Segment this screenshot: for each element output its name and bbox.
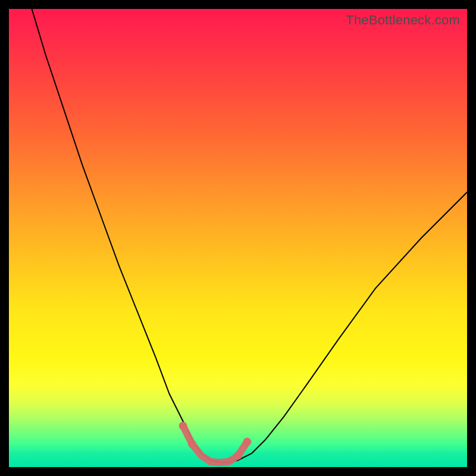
optimum-range-dot <box>234 452 242 460</box>
chart-frame: TheBottleneck.com <box>0 0 476 476</box>
optimum-range-dot <box>243 438 251 446</box>
optimum-range-dot <box>188 440 196 449</box>
optimum-range-dot <box>179 422 187 430</box>
plot-area: TheBottleneck.com <box>9 9 467 467</box>
bottleneck-curve <box>32 9 468 462</box>
chart-overlay <box>9 9 467 467</box>
